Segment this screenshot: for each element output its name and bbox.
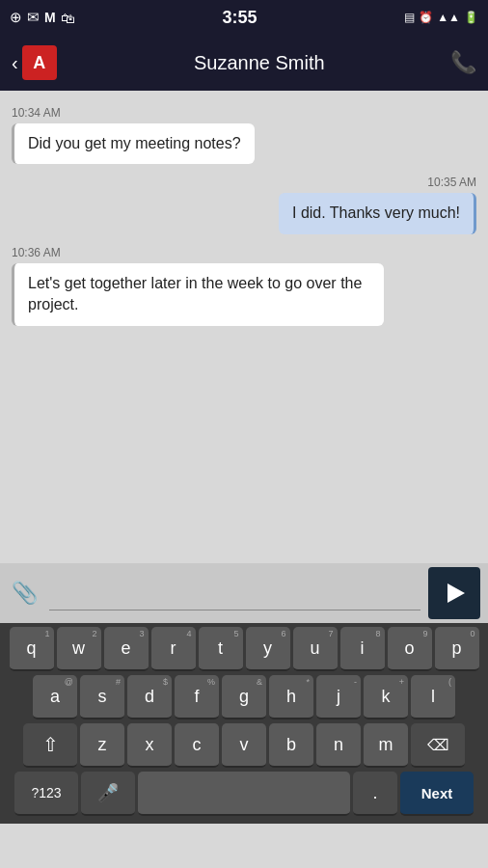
key-a[interactable]: @a [33,675,77,719]
key-l-sub: ( [448,677,451,687]
key-w-sub: 2 [92,629,96,638]
key-l[interactable]: (l [411,675,455,719]
message-input[interactable] [49,576,420,610]
space-key[interactable] [138,772,350,816]
key-b[interactable]: b [269,723,313,768]
num-key[interactable]: ?123 [14,772,78,816]
message-bubble-1: Did you get my meeting notes? [12,123,255,164]
key-j-sub: - [354,677,357,687]
wifi-icon: ▲▲ [437,11,460,24]
key-z[interactable]: z [80,723,124,768]
key-u[interactable]: 7u [293,627,338,671]
key-v[interactable]: v [222,723,266,768]
key-k-sub: + [399,677,404,687]
key-o[interactable]: 9o [388,627,432,671]
battery-icon: 🔋 [464,11,478,24]
key-x[interactable]: x [127,723,172,768]
key-p[interactable]: 0p [435,627,479,671]
key-r-sub: 4 [186,629,191,638]
key-f[interactable]: %f [175,675,219,719]
input-area: 📎 [0,563,488,623]
period-key[interactable]: . [353,772,397,816]
key-s-sub: # [116,677,121,687]
alarm-icon: ⏰ [419,11,433,24]
mic-key[interactable]: 🎤 [81,772,135,816]
key-i-sub: 8 [375,629,380,638]
avatar: A [22,45,57,80]
gmail-icon: M [44,10,56,25]
send-icon [447,583,465,603]
keyboard: 1q 2w 3e 4r 5t 6y 7u 8i 9o 0p @a #s $d %… [0,623,488,824]
message-time-1: 10:34 AM [12,106,61,120]
next-key[interactable]: Next [400,772,474,816]
key-o-sub: 9 [422,629,427,638]
message-group-3: 10:36 AM Let's get together later in the… [12,246,476,326]
status-bar: ⊕ ✉ M 🛍 3:55 ▤ ⏰ ▲▲ 🔋 [0,0,488,35]
contact-name: Suzanne Smith [68,52,450,74]
keyboard-row-4: ?123 🎤 . Next [2,772,486,816]
key-h-sub: * [306,677,310,687]
send-button[interactable] [428,567,480,619]
signal-icon: ▤ [404,11,415,24]
backspace-key[interactable]: ⌫ [411,723,465,768]
key-u-sub: 7 [328,629,333,638]
chat-area: 10:34 AM Did you get my meeting notes? 1… [0,91,488,563]
keyboard-row-3: ⇧ z x c v b n m ⌫ [2,723,486,768]
shift-key[interactable]: ⇧ [23,723,77,768]
key-q[interactable]: 1q [10,627,54,671]
key-d-sub: $ [163,677,168,687]
key-d[interactable]: $d [127,675,172,719]
message-time-3: 10:36 AM [12,246,61,259]
key-f-sub: % [207,677,215,687]
key-e-sub: 3 [139,629,144,638]
add-icon: ⊕ [10,9,22,26]
message-time-2: 10:35 AM [427,176,476,189]
back-button[interactable]: ‹ [12,52,18,74]
key-m[interactable]: m [364,723,408,768]
keyboard-row-2: @a #s $d %f &g *h -j +k (l [2,675,486,719]
key-t[interactable]: 5t [199,627,243,671]
key-k[interactable]: +k [364,675,408,719]
key-n[interactable]: n [316,723,361,768]
message-bubble-3: Let's get together later in the week to … [12,263,384,326]
key-r[interactable]: 4r [151,627,196,671]
message-group-1: 10:34 AM Did you get my meeting notes? [12,106,476,164]
key-h[interactable]: *h [269,675,313,719]
attach-button[interactable]: 📎 [8,577,41,610]
status-time: 3:55 [222,8,257,28]
message-bubble-2: I did. Thanks very much! [279,193,476,233]
email-icon: ✉ [27,9,40,26]
key-i[interactable]: 8i [340,627,385,671]
keyboard-row-1: 1q 2w 3e 4r 5t 6y 7u 8i 9o 0p [2,627,486,671]
status-icons-right: ▤ ⏰ ▲▲ 🔋 [404,11,478,24]
key-g-sub: & [257,677,262,687]
bag-icon: 🛍 [61,10,75,26]
key-e[interactable]: 3e [104,627,149,671]
key-t-sub: 5 [233,629,238,638]
key-p-sub: 0 [470,629,474,638]
key-c[interactable]: c [175,723,219,768]
key-y[interactable]: 6y [246,627,290,671]
top-bar: ‹ A Suzanne Smith 📞 [0,35,488,91]
phone-button[interactable]: 📞 [450,50,476,75]
status-icons-left: ⊕ ✉ M 🛍 [10,9,75,26]
message-group-2: 10:35 AM I did. Thanks very much! [12,176,476,233]
key-g[interactable]: &g [222,675,266,719]
key-j[interactable]: -j [316,675,361,719]
key-a-sub: @ [65,677,73,687]
key-q-sub: 1 [44,629,49,638]
key-s[interactable]: #s [80,675,124,719]
key-w[interactable]: 2w [57,627,101,671]
key-y-sub: 6 [281,629,285,638]
